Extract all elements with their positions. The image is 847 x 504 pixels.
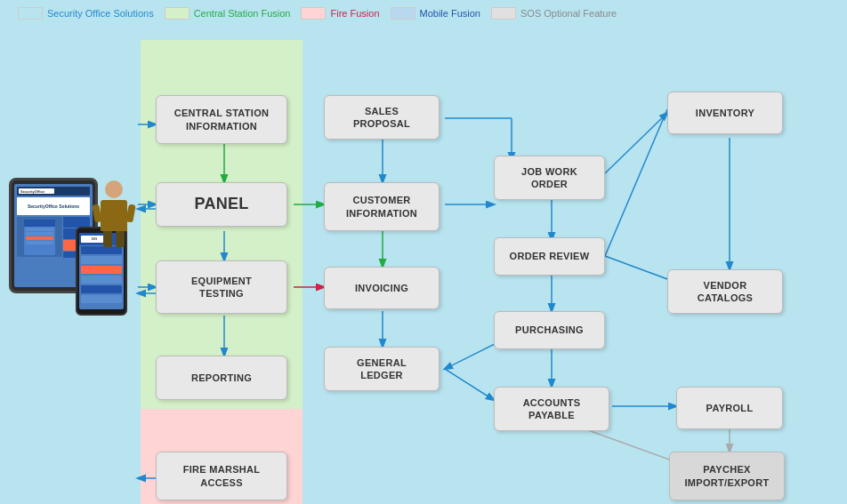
legend-optional: SOS Optional Feature bbox=[491, 7, 617, 20]
box-sales-proposal: SALESPROPOSAL bbox=[324, 95, 440, 140]
person-body bbox=[101, 200, 127, 231]
box-vendor-catalogs: VENDORCATALOGS bbox=[667, 269, 783, 314]
box-panel: PANEL bbox=[156, 182, 287, 227]
person-leg-right bbox=[116, 231, 125, 247]
legend-mobile-label: Mobile Fusion bbox=[420, 8, 480, 19]
legend-fire-color bbox=[301, 7, 326, 20]
box-order-review: ORDER REVIEW bbox=[494, 237, 605, 276]
box-customer-info: CUSTOMERINFORMATION bbox=[324, 182, 440, 231]
legend-central: Central Station Fusion bbox=[165, 7, 291, 20]
legend-sos: Security Office Solutions bbox=[18, 7, 154, 20]
svg-line-16 bbox=[605, 113, 667, 173]
legend-fire: Fire Fusion bbox=[301, 7, 379, 20]
box-fire-marshal: FIRE MARSHALACCESS bbox=[156, 452, 287, 500]
person-leg-left bbox=[103, 231, 112, 247]
box-inventory: INVENTORY bbox=[667, 92, 783, 134]
legend-mobile-color bbox=[391, 7, 415, 20]
legend: Security Office Solutions Central Statio… bbox=[0, 7, 847, 20]
person-figure bbox=[93, 180, 133, 247]
box-job-work-order: JOB WORKORDER bbox=[494, 156, 605, 200]
box-reporting: REPORTING bbox=[156, 356, 287, 400]
box-equipment-testing: EQUIPMENTTESTING bbox=[156, 260, 287, 314]
svg-line-14 bbox=[445, 369, 494, 400]
legend-central-label: Central Station Fusion bbox=[194, 8, 291, 19]
box-payroll: PAYROLL bbox=[676, 387, 783, 429]
box-invoicing: INVOICING bbox=[324, 267, 440, 309]
box-purchasing: PURCHASING bbox=[494, 311, 605, 349]
legend-sos-color bbox=[18, 7, 43, 20]
svg-line-17 bbox=[605, 109, 667, 256]
diagram: SecurityOffice SecurityOffice Solutions bbox=[0, 40, 847, 504]
person-legs bbox=[93, 231, 133, 247]
person-head bbox=[105, 180, 123, 198]
legend-fire-label: Fire Fusion bbox=[330, 8, 379, 19]
box-general-ledger: GENERALLEDGER bbox=[324, 347, 440, 391]
box-central-station: CENTRAL STATIONINFORMATION bbox=[156, 95, 287, 144]
legend-optional-label: SOS Optional Feature bbox=[520, 8, 617, 19]
legend-sos-label: Security Office Solutions bbox=[47, 8, 154, 19]
legend-optional-color bbox=[491, 7, 516, 20]
box-paychex: PAYCHEXIMPORT/EXPORT bbox=[669, 452, 785, 500]
legend-central-color bbox=[165, 7, 190, 20]
legend-mobile: Mobile Fusion bbox=[391, 7, 480, 20]
box-accounts-payable: ACCOUNTSPAYABLE bbox=[494, 387, 609, 431]
